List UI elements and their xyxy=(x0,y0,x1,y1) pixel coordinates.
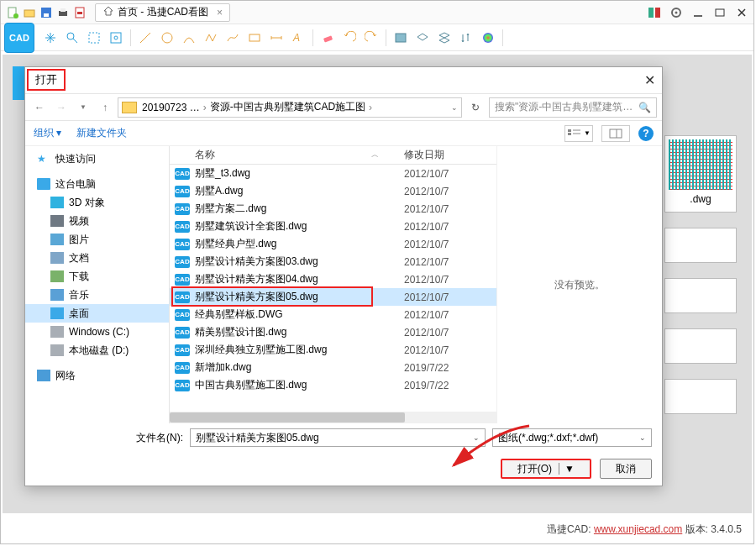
cancel-button[interactable]: 取消 xyxy=(600,459,652,479)
dim-icon[interactable] xyxy=(267,29,286,47)
file-row[interactable]: CAD别墅方案二.dwg2012/10/7 xyxy=(170,200,496,218)
filename-row: 文件名(N): 别墅设计精美方案图05.dwg ⌄ 图纸(*.dwg;*.dxf… xyxy=(25,423,662,452)
tree-item-star[interactable]: ★快速访问 xyxy=(25,150,169,168)
tree-item-img[interactable]: 图片 xyxy=(25,230,169,249)
folder-icon xyxy=(122,102,137,113)
net-icon xyxy=(37,370,50,381)
preview-toggle-button[interactable] xyxy=(601,125,630,142)
search-input[interactable]: 搜索"资源-中国古典别墅建筑… 🔍 xyxy=(489,97,657,118)
new-file-icon[interactable] xyxy=(5,5,20,20)
open-icon[interactable] xyxy=(22,5,37,20)
layer-icon[interactable] xyxy=(413,29,432,47)
gear-icon[interactable] xyxy=(668,4,685,21)
maximize-icon[interactable] xyxy=(711,4,728,21)
file-row[interactable]: CAD别墅_t3.dwg2012/10/7 xyxy=(170,165,496,182)
circle-icon[interactable] xyxy=(158,29,176,47)
minimize-icon[interactable] xyxy=(690,4,706,21)
recent-slot[interactable] xyxy=(664,278,737,313)
pdf-icon[interactable] xyxy=(72,5,87,20)
up-icon[interactable]: ↑ xyxy=(96,98,114,117)
tree-item-3d[interactable]: 3D 对象 xyxy=(25,193,169,212)
image-icon[interactable] xyxy=(391,29,410,47)
region-icon[interactable] xyxy=(85,29,103,47)
color-icon[interactable] xyxy=(479,29,497,47)
tree-item-pc[interactable]: 这台电脑 xyxy=(25,175,169,193)
open-button[interactable]: 打开(O) ▼ xyxy=(501,459,591,479)
svg-rect-24 xyxy=(323,35,333,42)
file-row[interactable]: CAD经典别墅样板.DWG2012/10/7 xyxy=(170,306,496,323)
organize-menu[interactable]: 组织 ▾ xyxy=(34,126,61,140)
crumb-seg[interactable]: 20190723 … xyxy=(142,102,200,113)
file-row[interactable]: CAD深圳经典独立别墅施工图.dwg2012/10/7 xyxy=(170,341,496,359)
tree-item-doc[interactable]: 文档 xyxy=(25,249,169,267)
tree-item-dl[interactable]: 下载 xyxy=(25,267,169,286)
recent-thumb[interactable]: .dwg xyxy=(664,135,737,213)
close-icon[interactable] xyxy=(733,4,750,21)
breadcrumb[interactable]: 20190723 … › 资源-中国古典别墅建筑CAD施工图 › ⌄ xyxy=(118,97,462,118)
footer-link[interactable]: www.xunjiecad.com xyxy=(594,523,682,535)
col-name[interactable]: 名称 xyxy=(170,148,371,162)
filename-input[interactable]: 别墅设计精美方案图05.dwg ⌄ xyxy=(190,428,486,447)
chevron-down-icon[interactable]: ⌄ xyxy=(639,433,646,442)
tree-label: 快速访问 xyxy=(55,152,96,166)
file-name: 深圳经典独立别墅施工图.dwg xyxy=(195,343,404,357)
crumb-seg[interactable]: 资源-中国古典别墅建筑CAD施工图 xyxy=(210,100,365,114)
star-icon: ★ xyxy=(37,153,50,165)
line-icon[interactable] xyxy=(136,29,155,47)
pan-icon[interactable] xyxy=(41,29,60,47)
forward-icon[interactable]: → xyxy=(52,98,71,117)
tree-item-desk[interactable]: 桌面 xyxy=(25,304,169,323)
text-icon[interactable]: A xyxy=(289,29,307,47)
col-date[interactable]: 修改日期 xyxy=(404,148,496,162)
print-icon[interactable] xyxy=(55,5,71,20)
file-row[interactable]: CAD别墅经典户型.dwg2012/10/7 xyxy=(170,235,496,253)
filetype-filter[interactable]: 图纸(*.dwg;*.dxf;*.dwf) ⌄ xyxy=(492,428,652,447)
file-row[interactable]: CAD别墅设计精美方案图04.dwg2012/10/7 xyxy=(170,270,496,288)
file-row[interactable]: CAD别墅设计精美方案图03.dwg2012/10/7 xyxy=(170,253,496,270)
zoom-icon[interactable] xyxy=(63,29,81,47)
sort-icon[interactable] xyxy=(457,29,475,47)
refresh-icon[interactable]: ↻ xyxy=(465,97,486,118)
window-layout-icon[interactable] xyxy=(646,4,663,21)
layer2-icon[interactable] xyxy=(435,29,454,47)
tree-item-mus[interactable]: 音乐 xyxy=(25,286,169,304)
tree-item-drive[interactable]: Windows (C:) xyxy=(25,323,169,341)
view-mode-button[interactable]: ▼ xyxy=(564,125,593,142)
spline-icon[interactable] xyxy=(223,29,242,47)
recent-slot[interactable] xyxy=(664,228,737,263)
tab-close[interactable]: × xyxy=(217,7,223,18)
tree-item-net[interactable]: 网络 xyxy=(25,366,169,385)
chevron-down-icon[interactable]: ⌄ xyxy=(473,433,480,442)
file-row[interactable]: CAD新增加k.dwg2019/7/22 xyxy=(170,359,496,376)
file-row[interactable]: CAD别墅建筑设计全套图.dwg2012/10/7 xyxy=(170,218,496,235)
tab-home[interactable]: 首页 - 迅捷CAD看图 × xyxy=(95,3,230,22)
crumb-dropdown-icon[interactable]: ⌄ xyxy=(451,103,458,112)
rect-icon[interactable] xyxy=(245,29,264,47)
file-name: 新增加k.dwg xyxy=(195,360,404,375)
redo-icon[interactable] xyxy=(362,29,381,47)
tree-item-vid[interactable]: 视频 xyxy=(25,212,169,230)
erase-icon[interactable] xyxy=(318,29,337,47)
recent-slot[interactable] xyxy=(664,379,737,414)
file-row[interactable]: CAD别墅设计精美方案图05.dwg2012/10/7 xyxy=(170,288,496,306)
undo-icon[interactable] xyxy=(340,29,359,47)
scrollbar-thumb[interactable] xyxy=(170,412,405,423)
open-dropdown-icon[interactable]: ▼ xyxy=(559,463,575,475)
h-scrollbar[interactable] xyxy=(170,412,496,423)
new-folder-button[interactable]: 新建文件夹 xyxy=(76,126,127,140)
svg-rect-31 xyxy=(610,129,622,138)
footer: 迅捷CAD: www.xunjiecad.com 版本: 3.4.0.5 xyxy=(547,522,742,537)
help-icon[interactable]: ? xyxy=(638,126,654,141)
file-row[interactable]: CAD别墅A.dwg2012/10/7 xyxy=(170,182,496,200)
polyline-icon[interactable] xyxy=(202,29,220,47)
file-row[interactable]: CAD精美别墅设计图.dwg2012/10/7 xyxy=(170,323,496,341)
file-row[interactable]: CAD中国古典别墅施工图.dwg2019/7/22 xyxy=(170,376,496,394)
save-icon[interactable] xyxy=(39,5,54,20)
dialog-close-icon[interactable]: ✕ xyxy=(644,72,655,88)
arc-icon[interactable] xyxy=(180,29,198,47)
back-icon[interactable]: ← xyxy=(30,98,49,117)
history-dropdown-icon[interactable]: ▼ xyxy=(74,98,92,117)
recent-slot[interactable] xyxy=(664,328,737,364)
tree-item-drive[interactable]: 本地磁盘 (D:) xyxy=(25,341,169,360)
extent-icon[interactable] xyxy=(107,29,125,47)
